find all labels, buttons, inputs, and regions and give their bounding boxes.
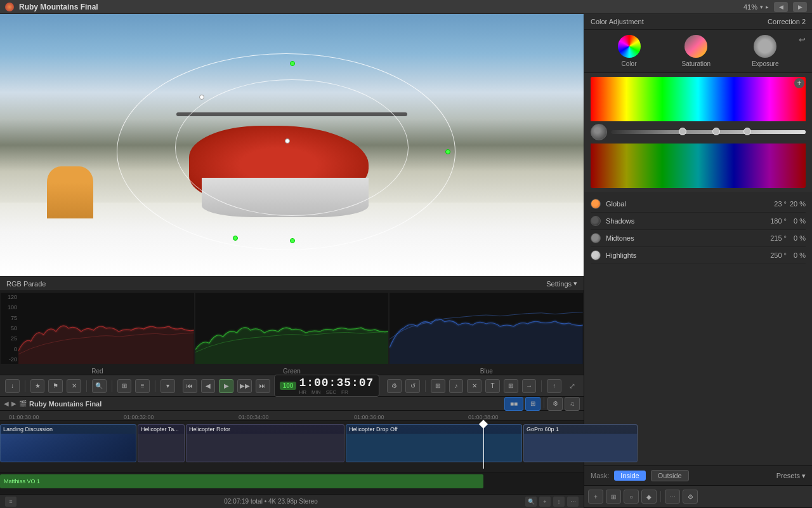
- color-tools-wrapper: Color Saturation Exposure ↩: [584, 30, 812, 73]
- hue-handle-1[interactable]: [679, 128, 686, 135]
- clip-landing-discussion[interactable]: Landing Discussion: [0, 424, 136, 462]
- color-tool-saturation[interactable]: Saturation: [682, 35, 711, 67]
- import-button[interactable]: ↓: [5, 379, 20, 393]
- timecode-sublabels: HR MIN SEC FR: [299, 389, 374, 395]
- play-button[interactable]: ▶: [219, 379, 233, 393]
- app-icon: [5, 3, 14, 11]
- clip-helicopter-drop-off[interactable]: Helicopter Drop Off: [346, 424, 522, 462]
- clip-gopro-1[interactable]: GoPro 60p 1: [523, 424, 638, 462]
- mask-handle-5[interactable]: [290, 238, 295, 243]
- transition-button[interactable]: →: [522, 379, 537, 393]
- mask-outside-button[interactable]: Outside: [651, 470, 689, 481]
- mask-handle-1[interactable]: [199, 95, 204, 100]
- list-view-button[interactable]: ≡: [135, 379, 150, 393]
- waveform-green-channel: [195, 293, 389, 364]
- nav-left-button[interactable]: ◀: [774, 2, 788, 12]
- go-to-start-button[interactable]: ⏮: [183, 379, 197, 393]
- playhead[interactable]: [483, 424, 484, 469]
- reset-btn-container: ↩: [799, 35, 806, 44]
- go-to-end-button[interactable]: ⏭: [256, 379, 270, 393]
- clip-thumbnail: [138, 434, 184, 462]
- transform-button[interactable]: ⊞: [431, 379, 445, 393]
- color-spectrum-dark[interactable]: [591, 144, 806, 188]
- expand-button[interactable]: ⤢: [565, 379, 579, 393]
- select-tool-button[interactable]: ▾: [160, 379, 175, 393]
- mask-handle-4[interactable]: [233, 236, 238, 241]
- hue-handle-2[interactable]: [712, 128, 720, 135]
- search-button[interactable]: 🔍: [92, 379, 107, 393]
- bottom-menu-button[interactable]: ≡: [5, 497, 16, 507]
- wave-canvas-blue: [390, 293, 583, 364]
- audio-clip-matthias[interactable]: Matthias VO 1: [0, 474, 483, 488]
- wave-y-axis-red: 120 100 75 50 25 0 -20: [1, 293, 18, 364]
- clip-appearance-button[interactable]: ■■: [504, 397, 523, 411]
- clip-bar-back[interactable]: ◀: [4, 400, 9, 407]
- adj-item-global[interactable]: Global 23 ° 20 %: [591, 196, 806, 213]
- zoom-out-button[interactable]: 🔍: [525, 497, 537, 507]
- adj-item-highlights[interactable]: Highlights 250 ° 0 %: [591, 247, 806, 264]
- mask-center[interactable]: [285, 138, 290, 144]
- generator-button[interactable]: ⊞: [504, 379, 518, 393]
- add-color-button[interactable]: +: [794, 78, 804, 88]
- rt-analyze-button[interactable]: ⚙: [683, 490, 698, 504]
- rt-add-button[interactable]: +: [588, 490, 603, 504]
- mask-handle-3[interactable]: [445, 149, 450, 154]
- zoom-in-button[interactable]: +: [539, 497, 551, 507]
- saturation-label: Saturation: [682, 60, 711, 67]
- divider-4: [155, 380, 155, 392]
- clip-bar: ◀ ▶ 🎬 Ruby Mountains Final ■■ ⊞ ⚙ ♫: [0, 397, 584, 411]
- audio-button[interactable]: ♪: [449, 379, 464, 393]
- adj-item-shadows[interactable]: Shadows 180 ° 0 %: [591, 213, 806, 230]
- mask-handle-2[interactable]: [290, 61, 295, 66]
- timeline-ruler: 01:00:30:00 01:00:32:00 01:00:34:00 01:0…: [0, 411, 584, 421]
- grid-view-button[interactable]: ⊞: [117, 379, 132, 393]
- left-panel: RGB Parade Settings ▾ 120 100 75 50 25 0: [0, 14, 584, 508]
- mask-inside-button[interactable]: Inside: [614, 471, 645, 481]
- clip-height-button[interactable]: ↕: [553, 497, 565, 507]
- timeline-settings-button[interactable]: ⚙: [547, 397, 563, 411]
- wave-canvas-green: [195, 293, 389, 364]
- favorites-button[interactable]: ★: [30, 379, 45, 393]
- color-picker-button[interactable]: [591, 124, 607, 140]
- rt-points-button[interactable]: ◆: [641, 490, 657, 504]
- midtones-degrees: 215 °: [764, 234, 787, 242]
- midtones-percent: 0 %: [787, 234, 806, 242]
- share-button[interactable]: ↑: [547, 379, 561, 393]
- rt-grid-button[interactable]: ⊞: [606, 490, 621, 504]
- timeline-audio-button[interactable]: ♫: [565, 397, 580, 411]
- reject-button[interactable]: ✕: [67, 379, 81, 393]
- clip-bar-forward[interactable]: ▶: [11, 400, 16, 407]
- tool-rotate-button[interactable]: ↺: [405, 379, 420, 393]
- status-text: 02:07:19 total • 4K 23.98p Stereo: [224, 498, 318, 505]
- remove-button[interactable]: ✕: [467, 379, 481, 393]
- timeline-bar-controls: ■■ ⊞ ⚙ ♫: [504, 397, 580, 411]
- rt-shape-button[interactable]: ○: [624, 490, 639, 504]
- adj-item-midtones[interactable]: Midtones 215 ° 0 %: [591, 230, 806, 247]
- clip-helicopter-ta[interactable]: Helicopter Ta...: [138, 424, 185, 462]
- title-button[interactable]: T: [485, 379, 500, 393]
- hue-slider-row: [591, 121, 806, 143]
- color-tool-exposure[interactable]: Exposure: [752, 35, 778, 67]
- clip-zoom-button[interactable]: ⊞: [525, 397, 540, 411]
- bottom-controls: 🔍 + ↕ ⋯: [525, 497, 579, 507]
- next-frame-button[interactable]: ▶▶: [237, 379, 252, 393]
- clip-helicopter-rotor[interactable]: Helicopter Rotor: [186, 424, 344, 462]
- color-spectrum-bright[interactable]: [591, 77, 806, 121]
- zoom-up-arrow[interactable]: ▸: [766, 4, 769, 10]
- rt-track-button[interactable]: ⋯: [665, 490, 680, 504]
- waveform-settings-button[interactable]: Settings ▾: [546, 279, 577, 288]
- zoom-down-arrow[interactable]: ▾: [760, 4, 763, 10]
- tool-settings-button[interactable]: ⚙: [387, 379, 402, 393]
- reset-button[interactable]: ↩: [799, 35, 806, 44]
- film-icon: 🎬: [19, 400, 27, 407]
- previous-frame-button[interactable]: ◀: [201, 379, 216, 393]
- hue-handle-3[interactable]: [743, 128, 751, 135]
- waveform-red-channel: 120 100 75 50 25 0 -20: [1, 293, 194, 364]
- color-tool-color[interactable]: Color: [618, 35, 641, 67]
- nav-right-button[interactable]: ▶: [793, 2, 807, 12]
- exposure-label: Exposure: [752, 60, 778, 67]
- hue-slider[interactable]: [611, 130, 806, 134]
- rating-button[interactable]: ⚑: [48, 379, 63, 393]
- overflow-button[interactable]: ⋯: [567, 497, 579, 507]
- presets-button[interactable]: Presets ▾: [776, 472, 806, 480]
